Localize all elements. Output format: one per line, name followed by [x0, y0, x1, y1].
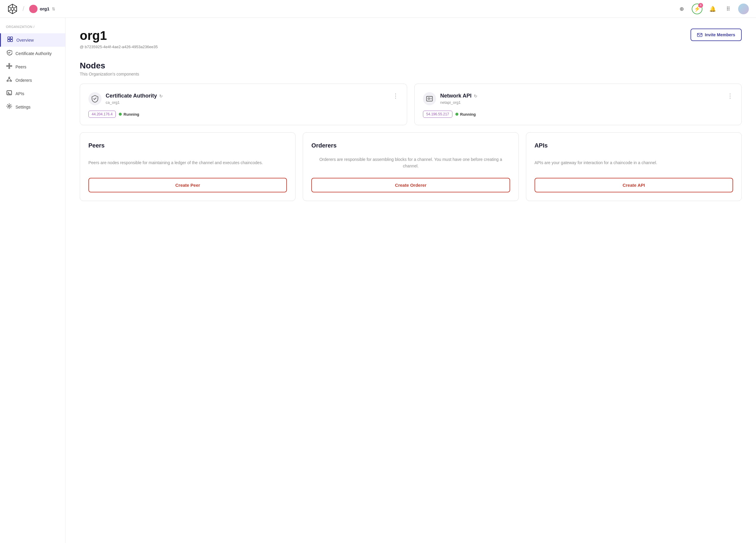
orderers-card-title: Orderers [311, 142, 337, 149]
svg-point-21 [9, 77, 10, 78]
ca-more-icon[interactable]: ⋮ [393, 92, 399, 99]
sidebar-item-orderers-label: Orderers [15, 78, 32, 83]
card-header: Certificate Authority ↻ ca_org1 ⋮ [88, 92, 399, 105]
orderers-info-card: Orderers Orderers are responsible for as… [303, 132, 518, 201]
peers-card-title: Peers [88, 142, 105, 149]
svg-rect-32 [428, 98, 430, 99]
separator: / [23, 5, 24, 12]
terminal-icon [6, 90, 13, 97]
create-orderer-button[interactable]: Create Orderer [311, 178, 510, 193]
gear-icon [6, 103, 13, 111]
create-api-button[interactable]: Create API [535, 178, 733, 193]
page-title-block: org1 @ b7235925-4e4f-4ae2-a426-4953a236e… [80, 29, 158, 49]
netapi-icon-circle [423, 92, 436, 105]
peers-info-card: Peers Peers are nodes responsible for ma… [80, 132, 296, 201]
lightning-icon[interactable]: ⚡ 4 [692, 4, 702, 14]
netapi-refresh-icon[interactable]: ↻ [474, 94, 477, 98]
netapi-status-tag: Running [455, 112, 476, 117]
svg-point-29 [8, 105, 10, 107]
orderers-card-desc: Orderers are responsible for assembling … [311, 156, 510, 170]
ca-title: Certificate Authority [106, 93, 157, 99]
invite-members-label: Invite Members [705, 32, 735, 37]
ca-title-info: Certificate Authority ↻ ca_org1 [106, 93, 163, 105]
sidebar-item-peers-label: Peers [15, 65, 26, 69]
svg-rect-30 [697, 33, 702, 37]
svg-rect-9 [10, 37, 13, 39]
ca-refresh-icon[interactable]: ↻ [159, 94, 163, 98]
apis-info-card: APIs APIs are your gateway for interacti… [526, 132, 742, 201]
main-layout: ORGANIZATION / Overview Certificate Auth… [0, 18, 756, 543]
page-subtitle: @ b7235925-4e4f-4ae2-a426-4953a236ee35 [80, 45, 158, 49]
org-selector[interactable]: org1 ⇅ [29, 5, 56, 13]
svg-point-23 [10, 80, 12, 82]
svg-line-4 [14, 10, 17, 11]
svg-point-16 [9, 68, 10, 69]
netapi-title: Network API [440, 93, 471, 99]
netapi-status-label: Running [460, 112, 476, 117]
page-title: org1 [80, 29, 158, 43]
sidebar-item-peers[interactable]: Peers [0, 60, 65, 73]
svg-line-24 [7, 78, 9, 80]
grid-icon[interactable]: ⠿ [723, 4, 733, 14]
netapi-tags: 54.196.55.217 Running [423, 111, 733, 118]
card-title-area: Certificate Authority ↻ ca_org1 [88, 92, 163, 105]
top-cards-grid: Certificate Authority ↻ ca_org1 ⋮ 44.204… [80, 84, 742, 125]
ca-status-label: Running [124, 112, 139, 117]
user-avatar[interactable] [738, 4, 749, 14]
svg-line-6 [8, 10, 11, 11]
add-icon[interactable]: ⊕ [676, 4, 687, 14]
svg-point-22 [7, 80, 8, 82]
main-content: org1 @ b7235925-4e4f-4ae2-a426-4953a236e… [65, 18, 756, 543]
logo-icon[interactable] [7, 4, 18, 14]
svg-rect-10 [8, 40, 10, 42]
netapi-ip-tag: 54.196.55.217 [423, 111, 452, 118]
nav-right: ⊕ ⚡ 4 🔔 ⠿ [676, 4, 749, 14]
org-color-circle [29, 5, 38, 13]
notification-badge: 4 [698, 3, 703, 8]
netapi-title-area: Network API ↻ netapi_org1 [423, 92, 477, 105]
sidebar-item-overview[interactable]: Overview [0, 33, 65, 47]
netapi-subtitle: netapi_org1 [440, 100, 477, 105]
overview-icon [7, 36, 13, 44]
svg-point-14 [11, 65, 12, 67]
ca-title-row: Certificate Authority ↻ [106, 93, 163, 99]
invite-icon [697, 32, 702, 37]
sidebar-item-apis[interactable]: APIs [0, 87, 65, 100]
create-peer-button[interactable]: Create Peer [88, 178, 287, 193]
netapi-more-icon[interactable]: ⋮ [727, 92, 733, 99]
svg-line-25 [9, 78, 11, 80]
sidebar-item-settings[interactable]: Settings [0, 100, 65, 114]
apis-card-footer: Create API [535, 178, 733, 193]
orderers-card-footer: Create Orderer [311, 178, 510, 193]
sidebar-item-certificate-authority[interactable]: Certificate Authority [0, 47, 65, 60]
nodes-section-title: Nodes [80, 61, 742, 71]
sidebar: ORGANIZATION / Overview Certificate Auth… [0, 18, 65, 543]
page-header: org1 @ b7235925-4e4f-4ae2-a426-4953a236e… [80, 29, 742, 49]
top-navigation: / org1 ⇅ ⊕ ⚡ 4 🔔 ⠿ [0, 0, 756, 18]
netapi-title-row: Network API ↻ [440, 93, 477, 99]
netapi-status-dot [455, 113, 458, 116]
sidebar-item-orderers[interactable]: Orderers [0, 73, 65, 87]
svg-line-7 [8, 7, 11, 8]
nav-left: / org1 ⇅ [7, 4, 55, 14]
peers-card-desc: Peers are nodes responsible for maintain… [88, 156, 287, 170]
svg-line-3 [14, 7, 17, 8]
sidebar-item-certificate-authority-label: Certificate Authority [15, 51, 51, 56]
apis-card-title: APIs [535, 142, 548, 149]
svg-rect-11 [10, 40, 13, 42]
svg-point-1 [11, 7, 14, 10]
invite-members-button[interactable]: Invite Members [691, 29, 742, 41]
bottom-cards-grid: Peers Peers are nodes responsible for ma… [80, 132, 742, 201]
ca-ip-tag: 44.204.176.4 [88, 111, 116, 118]
sidebar-item-settings-label: Settings [15, 105, 31, 109]
svg-point-15 [9, 63, 10, 65]
apis-card-desc: APIs are your gateway for interaction fo… [535, 156, 733, 170]
netapi-title-info: Network API ↻ netapi_org1 [440, 93, 477, 105]
ca-subtitle: ca_org1 [106, 100, 163, 105]
network-api-card: Network API ↻ netapi_org1 ⋮ 54.196.55.21… [414, 84, 742, 125]
netapi-card-header: Network API ↻ netapi_org1 ⋮ [423, 92, 733, 105]
peers-icon [6, 63, 13, 71]
svg-rect-8 [8, 37, 10, 39]
shield-icon [6, 50, 13, 57]
bell-icon[interactable]: 🔔 [707, 4, 718, 14]
